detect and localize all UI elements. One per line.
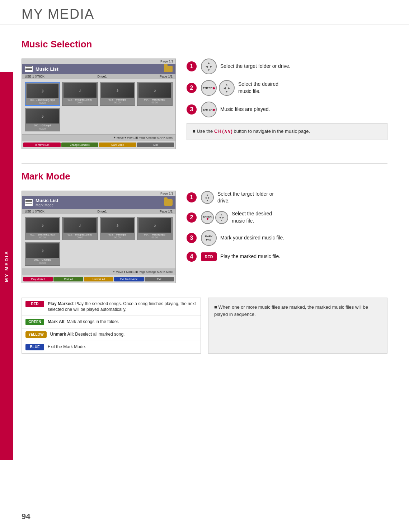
step-3-num: 3 [187, 104, 197, 115]
color-key-section: RED Play Marked: Play the selected songs… [22, 298, 387, 354]
mm-step-4-num: 4 [187, 252, 197, 262]
mark-mode-ui: Page 1/1 Music List Mark Mode USB 1 XTIC… [22, 191, 176, 283]
mm-music-icon [25, 199, 33, 206]
mm-item-5[interactable]: ♪ 005. – Gift.mp3 00:00 [25, 242, 60, 265]
green-pill: GREEN [25, 319, 44, 325]
unmark-all-btn[interactable]: Unmark All [84, 277, 113, 281]
step-2: 2 ENTER ▲ ◀ [187, 80, 387, 96]
ui-drivebar: USB 1 XTICK Drive1 Page 1/1 [22, 74, 175, 79]
mm-folder-icon [164, 199, 173, 206]
mm-exit-btn[interactable]: Exit [145, 277, 174, 281]
mark-mode-title: Mark Mode [22, 171, 387, 182]
mm-item-4[interactable]: ♪ 004. – Melody.mp3 00:00 [137, 217, 173, 240]
mm-controls: ✦ Move ● Mark □▣ Page Change MARK Mark [22, 269, 175, 275]
mm-step-4-text: Play the marked music file. [220, 253, 280, 260]
red-play-btn: RED [201, 252, 217, 261]
mm-grid: ♪ 001. – Diet(feat.).mp3 00:00 ♪ 002. – … [22, 214, 175, 269]
play-marked-btn[interactable]: Play Marked [23, 277, 53, 281]
step-3-enter-btn: ENTER [201, 102, 217, 117]
step-2-enter-btn: ENTER [201, 80, 217, 96]
blue-pill: BLUE [25, 344, 44, 350]
mm-title: Music List [36, 198, 58, 203]
mm-step-1: 1 ▲ ◀ ▶ ▼ Select the target folder ordri… [187, 191, 387, 205]
step-1-nav-btn: ▲ ◀ ▶ ▼ [201, 59, 217, 74]
change-numbers-btn[interactable]: Change Numbers [61, 143, 99, 147]
step-2-text: Select the desiredmusic file. [238, 81, 278, 95]
step-2-num: 2 [187, 83, 197, 93]
step-1: 1 ▲ ◀ ▶ ▼ Select the target folder or dr… [187, 59, 387, 74]
music-selection-title: Music Selection [22, 39, 387, 50]
mark-mode-btn[interactable]: Mark Mode [99, 143, 136, 147]
mm-step-2-num: 2 [187, 213, 197, 223]
mm-step-3-text: Mark your desired music file. [220, 234, 284, 242]
music-item-2[interactable]: ♪ 002. – Mud(feat.).mp3 00:00 [62, 82, 98, 106]
mm-item-2[interactable]: ♪ 002. – Mud(feat.).mp3 00:00 [62, 217, 98, 240]
ui-controls: ✦ Move ● Play □▣ Page Change MARK Mark [22, 134, 175, 141]
mark-fav-btn: MARK FAV [201, 230, 217, 246]
main-content: Music Selection Page 1/1 Music List USB … [0, 24, 409, 375]
mark-mode-row: Page 1/1 Music List Mark Mode USB 1 XTIC… [22, 191, 387, 283]
step-3: 3 ENTER Music files are played. [187, 102, 387, 117]
mark-all-btn[interactable]: Mark All [53, 277, 83, 281]
mark-mode-instructions: 1 ▲ ◀ ▶ ▼ Select the target folder ordri… [187, 191, 387, 262]
mm-step-1-text: Select the target folder ordrive. [217, 191, 274, 205]
music-item-5[interactable]: ♪ 005. – Gift.mp3 00:00 [25, 108, 60, 131]
red-pill: RED [25, 301, 44, 307]
yellow-pill: YELLOW [25, 331, 47, 338]
mm-subtitle: Mark Mode [36, 203, 58, 207]
music-item-1[interactable]: ♪ 001. – Diet(feat.).mp3 00:00 [25, 82, 60, 106]
ui-title: Music List [36, 66, 58, 72]
color-key-green: GREEN Mark All: Mark all songs in the fo… [22, 316, 201, 328]
step-2-nav-btn: ▲ ◀ ▶ ▼ [219, 80, 235, 96]
mm-step-2-text: Select the desiredmusic file. [232, 210, 272, 224]
mm-buttons: Play Marked Mark All Unmark All Exit Mar… [22, 275, 175, 283]
music-list-icon [25, 66, 33, 72]
music-selection-row: Page 1/1 Music List USB 1 XTICK Drive1 P… [22, 59, 387, 149]
mm-titlebar: Music List Mark Mode [22, 196, 175, 209]
mark-mode-note: ■ When one or more music files are marke… [208, 298, 387, 354]
color-key-right: ■ When one or more music files are marke… [208, 298, 387, 354]
folder-icon [164, 66, 173, 72]
mm-step-3: 3 MARK FAV Mark your desired music file. [187, 230, 387, 246]
color-key-left: RED Play Marked: Play the selected songs… [22, 298, 201, 354]
page-header: MY MEDIA [0, 0, 409, 24]
music-item-3[interactable]: ♪ 003. – Fire.mp3 00:00 [100, 82, 135, 106]
color-key-red: RED Play Marked: Play the selected songs… [22, 298, 201, 316]
mm-step-1-nav: ▲ ◀ ▶ ▼ [201, 191, 214, 204]
step-3-text: Music files are played. [220, 106, 270, 113]
music-item-4[interactable]: ♪ 004. – Melody.mp3 00:00 [137, 82, 173, 106]
to-movie-list-btn[interactable]: To Movie List [23, 143, 61, 147]
mm-step-2-enter: ENTER [201, 211, 214, 224]
color-key-blue: BLUE Exit the Mark Mode. [22, 341, 201, 353]
exit-btn[interactable]: Exit [137, 143, 174, 147]
mm-item-1[interactable]: ♪ 001. – Diet(feat.).mp3 00:00 [25, 217, 60, 240]
mm-topbar: Page 1/1 [22, 191, 175, 196]
ui-titlebar: Music List [22, 64, 175, 74]
mm-step-2-nav: ▲ ◀ ▶ ▼ [215, 211, 228, 224]
mm-step-1-num: 1 [187, 192, 197, 202]
ui-grid: ♪ 001. – Diet(feat.).mp3 00:00 ♪ 002. – … [22, 79, 175, 134]
step-1-num: 1 [187, 61, 197, 71]
music-selection-ui: Page 1/1 Music List USB 1 XTICK Drive1 P… [22, 59, 176, 149]
mm-item-3[interactable]: ♪ 003. – Fire.mp3 00:00 [100, 217, 135, 240]
mm-step-2: 2 ENTER ▲ ◀ ▶ [187, 210, 387, 224]
ui-topbar: Page 1/1 [22, 59, 175, 64]
ch-text: CH (∧∨) [214, 129, 232, 134]
page-number: 94 [22, 512, 30, 521]
exit-mark-mode-btn[interactable]: Exit Mark Mode [114, 277, 144, 281]
music-selection-instructions: 1 ▲ ◀ ▶ ▼ Select the target folder or dr… [187, 59, 387, 140]
mm-step-3-num: 3 [187, 233, 197, 243]
color-key-yellow: YELLOW Unmark All: Deselect all marked s… [22, 328, 201, 341]
step-1-text: Select the target folder or drive. [220, 63, 290, 70]
music-selection-note: ■ Use the CH (∧∨) button to navigate in … [187, 123, 387, 140]
mm-drivebar: USB 1 XTICK Drive1 Page 1/1 [22, 209, 175, 214]
mm-step-4: 4 RED Play the marked music file. [187, 252, 387, 262]
side-label: MY MEDIA [0, 72, 13, 460]
ui-buttons: To Movie List Change Numbers Mark Mode E… [22, 141, 175, 149]
page-title: MY MEDIA [22, 6, 387, 22]
